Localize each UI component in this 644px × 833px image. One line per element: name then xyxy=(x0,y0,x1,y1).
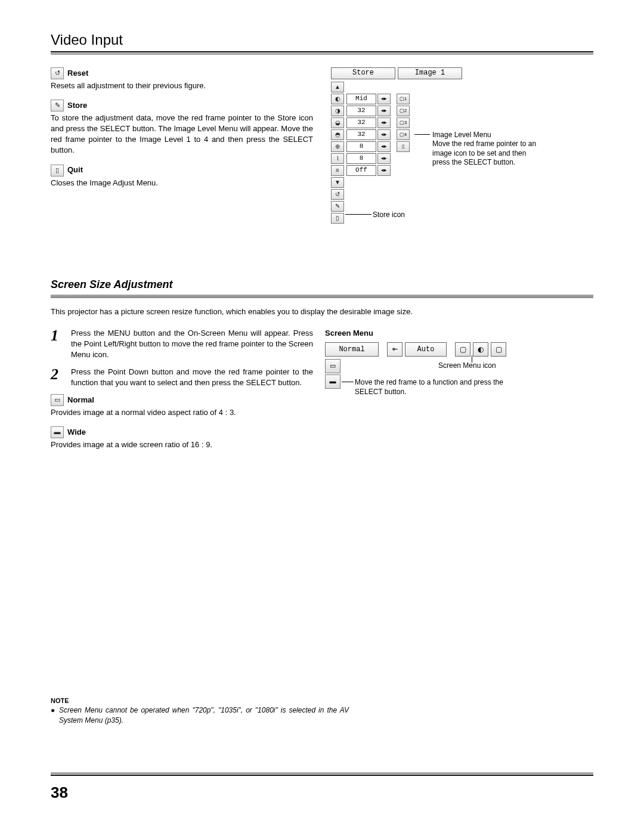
store-icon: ✎ xyxy=(51,100,64,112)
level-3-icon[interactable]: ▢3 xyxy=(397,117,410,128)
reset-label: Reset xyxy=(67,68,88,79)
level-quit-icon[interactable]: ▯ xyxy=(397,141,410,152)
adjust-icon-7[interactable]: ≡ xyxy=(331,165,344,176)
quit-label: Quit xyxy=(67,165,83,175)
sm-wide-ratio-icon[interactable]: ▬ xyxy=(325,374,340,389)
step-2-text: Press the Point Down button and move the… xyxy=(71,367,313,388)
sm-auto-button[interactable]: Auto xyxy=(405,342,447,357)
adjust-icon-6[interactable]: ⌇ xyxy=(331,153,344,164)
osd-value-4: 8 xyxy=(346,141,376,152)
quit-desc: Closes the Image Adjust Menu. xyxy=(51,178,313,188)
adjust-icon-3[interactable]: ◒ xyxy=(331,117,344,128)
osd-value-5: 8 xyxy=(346,153,376,164)
osd-store-button[interactable]: Store xyxy=(331,67,395,79)
section-title: Screen Size Adjustment xyxy=(51,277,593,292)
osd-value-3: 32 xyxy=(346,129,376,140)
level-4-icon[interactable]: ▢4 xyxy=(397,129,410,140)
sm-normal-ratio-icon[interactable]: ▭ xyxy=(325,359,340,373)
page-number: 38 xyxy=(51,782,68,803)
step-number-1: 1 xyxy=(51,328,65,343)
osd-panel: Store Image 1 ▲ ◐ ◑ ◒ ◓ ⊕ ⌇ ≡ ▼ ↺ ✎ ▯ xyxy=(331,67,593,224)
reset-desc: Resets all adjustment to their previous … xyxy=(51,80,313,91)
normal-icon: ▭ xyxy=(51,394,64,406)
lr-arrows-icon[interactable]: ◂▸ xyxy=(377,153,391,164)
footer-rule-1 xyxy=(51,773,593,773)
quit-row-icon[interactable]: ▯ xyxy=(331,213,344,224)
sm-icon-3[interactable]: ▢ xyxy=(491,342,506,357)
title-rule xyxy=(51,54,593,54)
store-desc: To store the adjustment data, move the r… xyxy=(51,113,313,156)
sm-normal-button[interactable]: Normal xyxy=(325,342,379,357)
osd-value-1: 32 xyxy=(346,106,376,116)
normal-desc: Provides image at a normal video aspect … xyxy=(51,407,313,418)
lr-arrows-icon[interactable]: ◂▸ xyxy=(377,106,391,116)
osd-annot-title: Image Level Menu xyxy=(432,131,540,140)
page-title: Video Input xyxy=(51,30,593,52)
sm-annot-icon: Screen Menu icon xyxy=(438,361,496,371)
section-intro: This projector has a picture screen resi… xyxy=(51,306,593,317)
adjust-icon-1[interactable]: ◐ xyxy=(331,94,344,104)
osd-value-0: Mid xyxy=(346,94,376,104)
quit-icon: ▯ xyxy=(51,165,64,176)
section-rule xyxy=(51,295,593,298)
normal-label: Normal xyxy=(67,395,94,405)
osd-annot-body: Move the red frame pointer to an image i… xyxy=(432,140,540,168)
sm-icon-2[interactable]: ◐ xyxy=(473,342,488,357)
lr-arrows-icon[interactable]: ◂▸ xyxy=(377,117,391,128)
note-title: NOTE xyxy=(51,696,349,705)
scroll-up-icon[interactable]: ▲ xyxy=(331,82,344,92)
store-label: Store xyxy=(67,100,87,111)
adjust-icon-4[interactable]: ◓ xyxy=(331,129,344,140)
step-1-text: Press the MENU button and the On-Screen … xyxy=(71,328,313,361)
sm-annot-body: Move the red frame to a function and pre… xyxy=(355,378,510,397)
osd-value-6: Off xyxy=(346,165,376,176)
reset-row-icon[interactable]: ↺ xyxy=(331,189,344,200)
lr-arrows-icon[interactable]: ◂▸ xyxy=(377,129,391,140)
store-row-icon[interactable]: ✎ xyxy=(331,201,344,212)
lr-arrows-icon[interactable]: ◂▸ xyxy=(377,94,391,104)
note-text: Screen Menu cannot be operated when "720… xyxy=(51,705,349,726)
level-1-icon[interactable]: ▢1 xyxy=(397,94,410,104)
step-number-2: 2 xyxy=(51,367,65,382)
lr-arrows-icon[interactable]: ◂▸ xyxy=(377,141,391,152)
footer-rule-2 xyxy=(51,775,593,776)
screen-menu-title: Screen Menu xyxy=(325,328,593,339)
level-2-icon[interactable]: ▢2 xyxy=(397,106,410,116)
osd-image-button[interactable]: Image 1 xyxy=(398,67,462,79)
scroll-down-icon[interactable]: ▼ xyxy=(331,177,344,188)
wide-icon: ▬ xyxy=(51,426,64,438)
osd-value-2: 32 xyxy=(346,117,376,128)
wide-label: Wide xyxy=(67,427,86,438)
osd-store-icon-label: Store icon xyxy=(373,210,405,219)
adjust-icon-2[interactable]: ◑ xyxy=(331,106,344,116)
wide-desc: Provides image at a wide screen ratio of… xyxy=(51,439,313,450)
reset-icon: ↺ xyxy=(51,67,64,79)
sm-icon-1[interactable]: ⇤ xyxy=(387,342,402,357)
lr-arrows-icon[interactable]: ◂▸ xyxy=(377,165,391,176)
sm-screen-icon[interactable]: ▢ xyxy=(455,342,470,357)
adjust-icon-5[interactable]: ⊕ xyxy=(331,141,344,152)
